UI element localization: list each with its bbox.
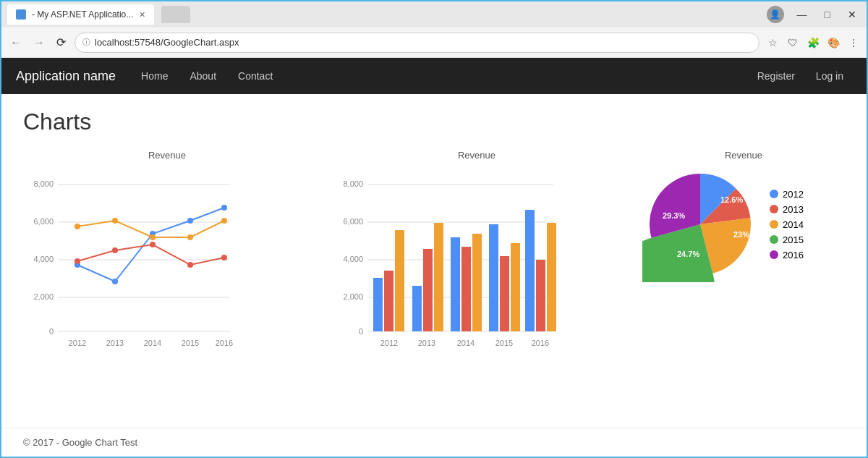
svg-text:2013: 2013 [418,339,435,347]
svg-rect-59 [547,223,556,331]
bar-chart: 8,000 6,000 4,000 2,000 0 2012 2013 [333,166,564,355]
nav-link-about[interactable]: About [179,58,227,94]
svg-text:2014: 2014 [457,339,475,347]
svg-text:2012: 2012 [380,339,398,347]
back-button[interactable]: ← [7,35,25,51]
svg-text:2,000: 2,000 [33,292,54,301]
page-title: Charts [23,109,845,135]
svg-point-20 [75,258,80,264]
extension-icon[interactable]: 🛡 [786,35,800,50]
user-account-icon[interactable]: 👤 [767,6,784,23]
nav-link-login[interactable]: Log in [807,58,852,94]
svg-text:23%: 23% [733,230,749,239]
legend-color-2014 [770,220,778,229]
svg-text:2015: 2015 [182,339,199,347]
close-button[interactable]: ✕ [843,7,861,22]
svg-point-22 [150,242,156,247]
footer: © 2017 - Google Chart Test [1,428,867,457]
forward-button[interactable]: → [30,35,48,51]
window-controls: 👤 — □ ✕ [767,6,861,23]
svg-point-21 [112,247,118,253]
svg-rect-53 [472,234,482,331]
legend-item-2012: 2012 [770,189,804,200]
svg-rect-46 [384,271,393,331]
maximize-button[interactable]: □ [820,7,835,22]
svg-point-19 [221,205,227,211]
svg-text:8,000: 8,000 [33,179,54,188]
legend-label-2015: 2015 [783,234,804,245]
svg-text:0: 0 [49,327,54,336]
pie-legend: 2012 2013 2014 [770,189,804,260]
color-wheel-icon[interactable]: 🎨 [826,35,841,50]
pie-chart-section: Revenue [642,150,845,282]
extensions-puzzle-icon[interactable]: 🧩 [806,35,820,50]
main-content: Charts Revenue 8,000 6,000 4,000 2,000 0 [1,94,867,428]
svg-rect-56 [511,243,520,331]
pie-chart-svg: 12.6% 23% 24.7% 29.3% [642,166,758,282]
svg-text:6,000: 6,000 [33,217,54,226]
svg-text:2012: 2012 [69,339,86,347]
legend-label-2013: 2013 [783,204,804,215]
legend-label-2014: 2014 [783,219,804,230]
legend-item-2013: 2013 [770,204,804,215]
charts-container: Revenue 8,000 6,000 4,000 2,000 0 [23,150,845,357]
browser-titlebar: - My ASP.NET Applicatio... ✕ 👤 — □ ✕ [1,1,867,27]
svg-point-16 [112,279,118,284]
legend-label-2016: 2016 [783,250,804,260]
svg-text:2015: 2015 [495,339,513,347]
svg-point-27 [150,234,156,240]
minimize-button[interactable]: — [793,7,812,22]
nav-link-register[interactable]: Register [749,58,804,94]
bookmark-star-icon[interactable]: ☆ [765,35,780,50]
navbar: Application name Home About Contact Regi… [1,58,867,94]
menu-icon[interactable]: ⋮ [846,35,861,50]
svg-text:4,000: 4,000 [343,255,363,263]
security-icon: ⓘ [82,37,90,48]
svg-point-24 [221,255,227,260]
legend-item-2016: 2016 [770,250,804,260]
browser-toolbar-icons: ☆ 🛡 🧩 🎨 ⋮ [765,35,861,50]
legend-item-2015: 2015 [770,234,804,245]
svg-point-23 [187,262,193,268]
svg-text:0: 0 [359,327,363,336]
svg-point-18 [187,218,193,224]
browser-frame: - My ASP.NET Applicatio... ✕ 👤 — □ ✕ ← →… [0,0,868,458]
svg-point-29 [221,218,227,224]
line-chart: 8,000 6,000 4,000 2,000 0 2012 2013 [23,166,240,355]
svg-rect-50 [434,223,443,331]
nav-link-home[interactable]: Home [130,58,179,94]
tab-title: - My ASP.NET Applicatio... [32,9,133,20]
legend-label-2012: 2012 [783,189,804,200]
bar-chart-section: Revenue 8,000 6,000 4,000 2,000 0 [333,150,621,357]
legend-color-2012 [770,190,778,198]
app-frame: Application name Home About Contact Regi… [1,58,867,457]
tab-close-button[interactable]: ✕ [139,10,145,20]
footer-text: © 2017 - Google Chart Test [23,437,137,448]
browser-tab[interactable]: - My ASP.NET Applicatio... ✕ [7,4,154,25]
svg-text:12.6%: 12.6% [720,195,743,204]
svg-rect-58 [536,260,545,331]
navbar-right: Register Log in [749,58,852,94]
legend-item-2014: 2014 [770,219,804,230]
reload-button[interactable]: ⟳ [54,34,69,51]
svg-rect-48 [412,286,422,331]
legend-color-2016 [770,250,778,259]
svg-text:4,000: 4,000 [33,255,54,263]
bar-chart-title: Revenue [333,150,621,161]
svg-rect-45 [373,278,383,331]
tab-favicon [16,9,26,20]
svg-text:2013: 2013 [106,339,124,347]
svg-rect-57 [525,210,535,331]
svg-text:2016: 2016 [532,339,549,347]
nav-link-contact[interactable]: Contact [227,58,284,94]
address-bar[interactable]: ⓘ localhost:57548/GoogleChart.aspx [75,33,760,53]
svg-text:29.3%: 29.3% [663,211,685,220]
legend-color-2013 [770,205,778,213]
url-text: localhost:57548/GoogleChart.aspx [95,37,239,48]
navbar-brand[interactable]: Application name [16,69,116,84]
browser-toolbar: ← → ⟳ ⓘ localhost:57548/GoogleChart.aspx… [1,27,867,58]
svg-rect-55 [500,256,509,331]
svg-text:8,000: 8,000 [343,179,363,188]
new-tab-button[interactable] [161,6,190,23]
svg-point-25 [75,224,80,229]
